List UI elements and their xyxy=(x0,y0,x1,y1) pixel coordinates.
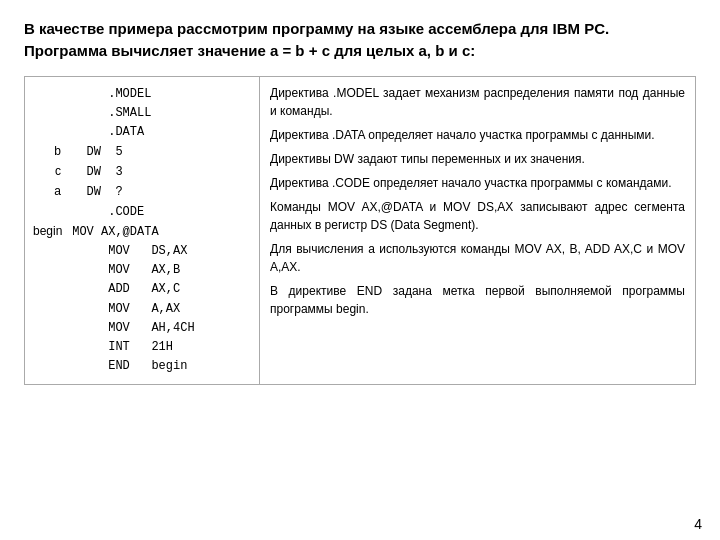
code-label: a xyxy=(33,182,65,201)
code-panel: .MODEL .SMALL .DATAb DW 5c DW 3a DW ? .C… xyxy=(25,77,260,385)
code-text: INT 21H xyxy=(65,338,173,357)
code-line-row: .MODEL xyxy=(33,85,253,104)
code-text: DW ? xyxy=(65,183,123,202)
code-line-row: begin MOV AX,@DATA xyxy=(33,222,253,242)
code-line-row: b DW 5 xyxy=(33,142,253,162)
code-label: begin xyxy=(33,222,65,241)
explanation-paragraph: Для вычисления a используются команды MO… xyxy=(270,240,685,276)
explanation-panel: Директива .MODEL задает механизм распред… xyxy=(260,77,695,385)
main-content-table: .MODEL .SMALL .DATAb DW 5c DW 3a DW ? .C… xyxy=(24,76,696,386)
explanation-paragraph: В директиве END задана метка первой выпо… xyxy=(270,282,685,318)
code-text: DW 3 xyxy=(65,163,123,182)
explanation-paragraph: Директива .DATA определяет начало участк… xyxy=(270,126,685,144)
code-text: MOV DS,AX xyxy=(65,242,187,261)
code-text: .MODEL xyxy=(65,85,151,104)
code-line-row: MOV AH,4CH xyxy=(33,319,253,338)
code-label: c xyxy=(33,162,65,181)
code-text: .CODE xyxy=(65,203,144,222)
code-text: MOV AX,B xyxy=(65,261,180,280)
code-label: b xyxy=(33,142,65,161)
explanation-paragraph: Команды MOV AX,@DATA и MOV DS,AX записыв… xyxy=(270,198,685,234)
code-line-row: .DATA xyxy=(33,123,253,142)
code-line-row: .CODE xyxy=(33,203,253,222)
code-text: MOV AH,4CH xyxy=(65,319,195,338)
code-line-row: a DW ? xyxy=(33,182,253,202)
code-line-row: MOV DS,AX xyxy=(33,242,253,261)
explanation-paragraph: Директива .MODEL задает механизм распред… xyxy=(270,84,685,120)
code-line-row: c DW 3 xyxy=(33,162,253,182)
explanation-paragraph: Директива .CODE определяет начало участк… xyxy=(270,174,685,192)
code-text: DW 5 xyxy=(65,143,123,162)
code-line-row: MOV AX,B xyxy=(33,261,253,280)
code-line-row: ADD AX,C xyxy=(33,280,253,299)
code-line-row: MOV A,AX xyxy=(33,300,253,319)
page-header: В качестве примера рассмотрим программу … xyxy=(24,18,696,62)
code-text: .DATA xyxy=(65,123,144,142)
page-number: 4 xyxy=(694,516,702,532)
code-text: ADD AX,C xyxy=(65,280,180,299)
code-line-row: INT 21H xyxy=(33,338,253,357)
page-container: В качестве примера рассмотрим программу … xyxy=(0,0,720,540)
explanation-paragraph: Директивы DW задают типы переменных и их… xyxy=(270,150,685,168)
code-text: END begin xyxy=(65,357,187,376)
code-line-row: END begin xyxy=(33,357,253,376)
code-text: MOV A,AX xyxy=(65,300,180,319)
code-text: .SMALL xyxy=(65,104,151,123)
code-text: MOV AX,@DATA xyxy=(65,223,159,242)
code-line-row: .SMALL xyxy=(33,104,253,123)
